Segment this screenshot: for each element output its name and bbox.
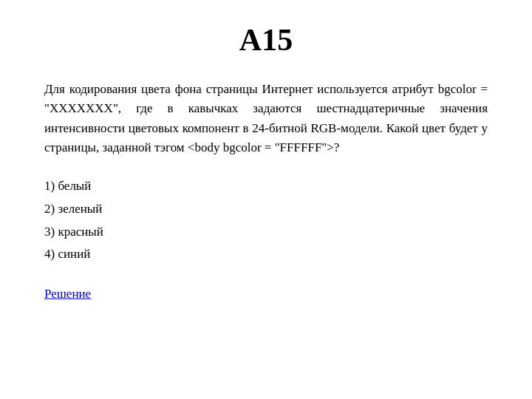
solution-link[interactable]: Решение xyxy=(44,287,91,301)
answer-3: 3) красный xyxy=(44,221,488,244)
page-title: А15 xyxy=(44,22,488,58)
answer-4: 4) синий xyxy=(44,243,488,266)
answer-2: 2) зеленый xyxy=(44,198,488,221)
question-text: Для кодирования цвета фона страницы Инте… xyxy=(44,80,488,157)
answers-list: 1) белый 2) зеленый 3) красный 4) синий xyxy=(44,175,488,265)
answer-1: 1) белый xyxy=(44,175,488,198)
